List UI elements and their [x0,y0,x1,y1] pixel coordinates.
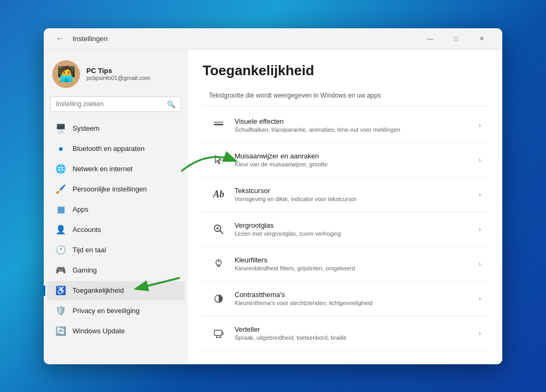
vergrootglas-desc: Lezen met vergrootglas, zoom verhoging [235,230,479,237]
nav-item-netwerk[interactable]: 🌐 Netwerk en internet [47,159,184,179]
kleurfilters-title: Kleurfilters [235,256,479,264]
settings-item-visuele-effecten[interactable]: Visuele effecten Schuifbalken, transpara… [203,108,487,143]
search-box[interactable]: 🔍 [50,97,181,112]
window-body: 🧑‍💻 PC Tips pctipsinfo01@gmail.com 🔍 🖥️ … [44,50,502,364]
nav-label-persoonlijk: Persoonlijke instellingen [73,185,147,193]
verteller-title: Verteller [235,325,479,333]
contrastthemas-icon [209,289,228,308]
close-button[interactable]: ✕ [469,30,494,46]
verteller-desc: Spraak, uitgebreidheid, toetsenbord, bra… [235,334,479,341]
settings-item-vergrootglas[interactable]: Vergrootglas Lezen met vergrootglas, zoo… [203,212,487,247]
verteller-icon [209,324,228,343]
visuele-effecten-chevron: › [479,121,481,129]
nav-label-accounts: Accounts [73,226,101,234]
tijd-icon: 🕐 [55,245,66,255]
accounts-icon: 👤 [55,225,66,235]
top-description: Tekstgrootte die wordt weergegeven in Wi… [203,87,487,106]
windows-update-icon: 🔄 [55,326,66,337]
minimize-button[interactable]: — [418,30,443,46]
gaming-icon: 🎮 [55,265,66,276]
nav-label-tijd: Tijd en taal [73,246,106,254]
nav-item-bluetooth[interactable]: ● Bluetooth en apparaten [47,139,184,158]
contrastthemas-text: Contrastthema's Kleurenthema's voor slec… [235,291,479,306]
visuele-effecten-text: Visuele effecten Schuifbalken, transpara… [235,117,479,133]
nav-item-toegankelijkheid[interactable]: ♿ Toegankelijkheid [47,281,184,300]
tekstcursor-desc: Vormgeving en dikte, indicator voor teks… [235,196,479,202]
vergrootglas-text: Vergrootglas Lezen met vergrootglas, zoo… [235,221,479,237]
maximize-button[interactable]: □ [444,30,468,46]
contrastthemas-chevron: › [479,294,481,302]
avatar: 🧑‍💻 [52,60,80,88]
visuele-effecten-title: Visuele effecten [235,117,479,125]
muisaanwijzer-desc: Kleur van de muisaanwijzer, grootte [235,161,479,167]
settings-item-tekstcursor[interactable]: Ab Tekstcursor Vormgeving en dikte, indi… [203,178,487,212]
kleurfilters-chevron: › [479,260,481,268]
apps-icon: ▦ [55,204,66,215]
netwerk-icon: 🌐 [55,164,66,174]
page-title: Toegankelijkheid [203,62,487,79]
verteller-chevron: › [479,329,481,337]
nav-label-toegankelijkheid: Toegankelijkheid [73,286,124,294]
systeem-icon: 🖥️ [55,123,66,134]
user-name: PC Tips [86,67,150,75]
search-icon: 🔍 [167,100,175,108]
verteller-text: Verteller Spraak, uitgebreidheid, toetse… [235,325,479,341]
visuele-effecten-icon [209,116,228,135]
search-input[interactable] [56,100,163,108]
settings-item-muisaanwijzer[interactable]: Muisaanwijzer en aanraken Kleur van de m… [203,143,487,178]
settings-item-verteller[interactable]: Verteller Spraak, uitgebreidheid, toetse… [203,316,487,351]
nav-item-privacy[interactable]: 🛡️ Privacy en beveiliging [47,301,184,321]
tekstcursor-title: Tekstcursor [235,187,479,195]
titlebar: ← Instellingen — □ ✕ [44,28,502,50]
vergrootglas-icon [209,220,228,239]
nav-label-gaming: Gaming [73,266,97,274]
sidebar: 🧑‍💻 PC Tips pctipsinfo01@gmail.com 🔍 🖥️ … [44,50,188,364]
kleurfilters-icon [209,254,228,274]
nav-label-privacy: Privacy en beveiliging [73,307,140,315]
nav-item-accounts[interactable]: 👤 Accounts [47,220,184,239]
svg-point-2 [215,123,218,125]
back-button[interactable]: ← [52,31,67,46]
main-content: Toegankelijkheid Tekstgrootte die wordt … [188,50,502,364]
toegankelijkheid-icon: ♿ [55,285,66,296]
contrastthemas-desc: Kleurenthema's voor slechtzienden, licht… [235,300,479,306]
visuele-effecten-desc: Schuifbalken, transparantie, animaties, … [235,126,479,133]
user-section: 🧑‍💻 PC Tips pctipsinfo01@gmail.com [44,56,188,97]
vergrootglas-title: Vergrootglas [235,221,479,229]
window-title: Instellingen [73,35,108,43]
nav-item-apps[interactable]: ▦ Apps [47,200,184,219]
nav-label-apps: Apps [73,205,89,213]
nav-label-windows-update: Windows Update [73,327,125,335]
nav-item-systeem[interactable]: 🖥️ Systeem [47,119,184,138]
bluetooth-icon: ● [55,143,66,154]
muisaanwijzer-chevron: › [479,156,481,164]
nav-item-windows-update[interactable]: 🔄 Windows Update [47,322,184,341]
persoonlijk-icon: 🖌️ [55,184,66,195]
settings-item-kleurfilters[interactable]: Kleurfilters Kleurenblindheid filters, g… [203,247,487,282]
muisaanwijzer-title: Muisaanwijzer en aanraken [235,152,479,160]
tekstcursor-text: Tekstcursor Vormgeving en dikte, indicat… [235,187,479,202]
privacy-icon: 🛡️ [55,306,66,316]
contrastthemas-title: Contrastthema's [235,291,479,299]
svg-rect-0 [214,124,223,125]
settings-window: ← Instellingen — □ ✕ 🧑‍💻 PC Tips pctipsi… [44,28,502,364]
tekstcursor-chevron: › [479,190,481,198]
nav-item-persoonlijk[interactable]: 🖌️ Persoonlijke instellingen [47,180,184,199]
kleurfilters-text: Kleurfilters Kleurenblindheid filters, g… [235,256,479,271]
muisaanwijzer-icon [209,150,228,170]
kleurfilters-desc: Kleurenblindheid filters, grijstinten, o… [235,265,479,271]
nav-label-netwerk: Netwerk en internet [73,165,133,173]
nav-item-tijd[interactable]: 🕐 Tijd en taal [47,241,184,260]
svg-rect-1 [214,122,223,123]
nav-label-bluetooth: Bluetooth en apparaten [73,145,144,153]
window-controls: — □ ✕ [418,30,494,46]
user-info: PC Tips pctipsinfo01@gmail.com [86,67,150,81]
tekstcursor-icon: Ab [209,185,228,204]
svg-rect-9 [214,330,222,335]
vergrootglas-chevron: › [479,225,481,233]
svg-line-4 [220,230,223,234]
settings-item-contrastthemas[interactable]: Contrastthema's Kleurenthema's voor slec… [203,282,487,316]
nav-label-systeem: Systeem [73,124,100,132]
muisaanwijzer-text: Muisaanwijzer en aanraken Kleur van de m… [235,152,479,167]
nav-item-gaming[interactable]: 🎮 Gaming [47,261,184,280]
